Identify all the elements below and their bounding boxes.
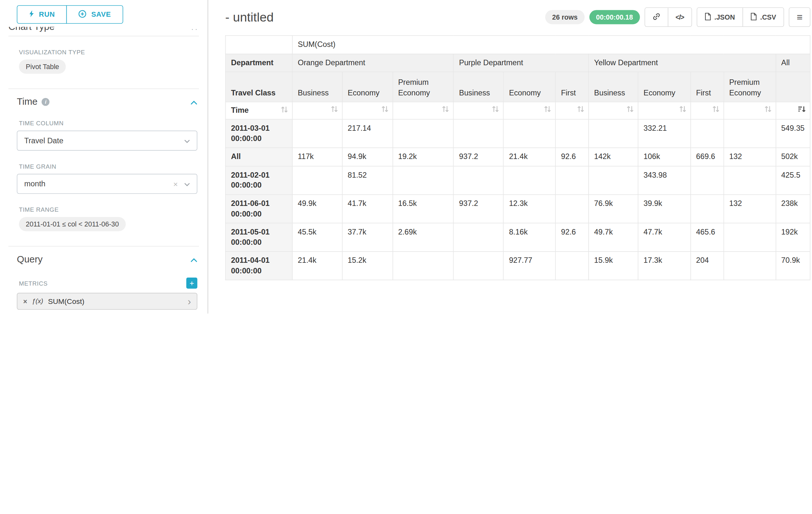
value-cell: 92.6 (556, 223, 589, 251)
value-cell (691, 119, 724, 148)
sort-icon[interactable] (442, 105, 449, 113)
time-column-select[interactable]: Travel Date (17, 131, 197, 151)
column-header: Premium Economy (393, 72, 454, 102)
time-column-label: TIME COLUMN (19, 120, 197, 127)
time-grain-label: TIME GRAIN (19, 163, 197, 170)
value-cell (691, 195, 724, 223)
column-header: Economy (638, 72, 691, 102)
sort-header[interactable] (589, 102, 638, 119)
time-range-value[interactable]: 2011-01-01 ≤ col < 2011-06-30 (19, 217, 126, 231)
download-csv-button[interactable]: .CSV (742, 8, 783, 26)
save-button[interactable]: SAVE (66, 5, 123, 23)
sort-header[interactable] (556, 102, 589, 119)
value-cell (589, 166, 638, 195)
value-cell: 37.7k (342, 223, 393, 251)
value-cell: 21.4k (503, 148, 556, 166)
sort-icon[interactable] (713, 105, 719, 113)
value-cell: 132 (724, 148, 776, 166)
sort-icon[interactable] (381, 105, 388, 113)
value-cell: 502k (776, 148, 810, 166)
sort-header[interactable] (292, 102, 342, 119)
function-icon: ƒ(x) (32, 297, 43, 305)
value-cell: 81.52 (342, 166, 393, 195)
sort-icon[interactable] (281, 106, 288, 113)
value-cell (454, 251, 503, 280)
value-cell (724, 223, 776, 251)
sort-header[interactable] (638, 102, 691, 119)
row-label: 2011-06-01 00:00:00 (226, 195, 292, 223)
value-cell: 343.98 (638, 166, 691, 195)
menu-button[interactable]: ≡ (789, 8, 810, 26)
group-header: Purple Department (454, 54, 589, 72)
value-cell (724, 119, 776, 148)
column-header: Business (589, 72, 638, 102)
query-section-header[interactable]: Query (17, 254, 197, 265)
sort-header[interactable] (691, 102, 724, 119)
time-section-title: Time (17, 97, 37, 107)
sort-icon[interactable] (544, 105, 551, 113)
download-json-button[interactable]: .JSON (697, 8, 742, 26)
value-cell: 669.6 (691, 148, 724, 166)
sort-header[interactable] (503, 102, 556, 119)
clear-icon[interactable]: × (173, 180, 178, 188)
value-cell: 425.5 (776, 166, 810, 195)
value-cell: 8.16k (503, 223, 556, 251)
control-panel: RUN SAVE Chart Type ·· VISUALIZATION TYP… (0, 0, 208, 314)
sort-icon[interactable] (492, 105, 499, 113)
value-cell: 927.77 (503, 251, 556, 280)
sort-icon[interactable] (577, 105, 584, 113)
time-section-header[interactable]: Time i (17, 97, 197, 107)
value-cell (503, 119, 556, 148)
time-grain-value: month (24, 180, 173, 188)
sort-header[interactable] (454, 102, 503, 119)
visualization-type-value[interactable]: Pivot Table (19, 59, 66, 74)
value-cell: 117k (292, 148, 342, 166)
column-header: Premium Economy (724, 72, 776, 102)
sort-icon[interactable] (331, 105, 338, 113)
embed-code-button[interactable]: </> (668, 8, 691, 26)
csv-button-label: .CSV (760, 13, 776, 21)
actions-bar: RUN SAVE (0, 0, 207, 27)
sort-header[interactable] (776, 102, 810, 119)
chart-panel: - untitled 26 rows 00:00:00.18 </> .JSON (208, 0, 812, 314)
chevron-up-icon[interactable] (191, 255, 197, 264)
column-header: Business (292, 72, 342, 102)
sort-icon[interactable] (627, 105, 634, 113)
value-cell: 94.9k (342, 148, 393, 166)
value-cell: 465.6 (691, 223, 724, 251)
value-cell: 2.69k (393, 223, 454, 251)
chart-title[interactable]: - untitled (225, 10, 274, 24)
value-cell: 15.2k (342, 251, 393, 280)
sort-icon[interactable] (764, 105, 771, 113)
plus-circle-icon (79, 10, 87, 19)
chevron-up-icon[interactable] (191, 97, 197, 107)
value-cell: 192k (776, 223, 810, 251)
value-cell: 15.9k (589, 251, 638, 280)
add-metric-button[interactable]: + (186, 277, 197, 289)
time-grain-select[interactable]: month × (17, 174, 197, 194)
value-cell (393, 251, 454, 280)
remove-metric-icon[interactable]: × (23, 297, 27, 305)
corner-cell (226, 36, 292, 54)
metric-item[interactable]: × ƒ(x) SUM(Cost) › (17, 293, 197, 310)
hamburger-icon: ≡ (796, 12, 802, 22)
query-section-title: Query (17, 254, 42, 265)
copy-link-button[interactable] (645, 8, 668, 26)
sort-header[interactable] (342, 102, 393, 119)
row-axis-header[interactable]: Time (226, 102, 292, 119)
sort-icon[interactable] (679, 105, 686, 113)
value-cell: 332.21 (638, 119, 691, 148)
row-label: All (226, 148, 292, 166)
time-section: Time i TIME COLUMN Travel Date TIME GRAI… (0, 97, 207, 231)
share-button-group: </> (644, 7, 692, 27)
chart-type-section: VISUALIZATION TYPE Pivot Table (0, 49, 207, 74)
group-header: Yellow Department (589, 54, 776, 72)
info-icon: i (42, 98, 50, 106)
sort-header[interactable] (724, 102, 776, 119)
run-button[interactable]: RUN (17, 5, 67, 23)
column-header: Business (454, 72, 503, 102)
query-timer-badge: 00:00:00.18 (589, 10, 640, 24)
sort-header[interactable] (393, 102, 454, 119)
pivot-table: SUM(Cost)DepartmentOrange DepartmentPurp… (225, 35, 810, 280)
sort-desc-icon[interactable] (798, 105, 806, 113)
